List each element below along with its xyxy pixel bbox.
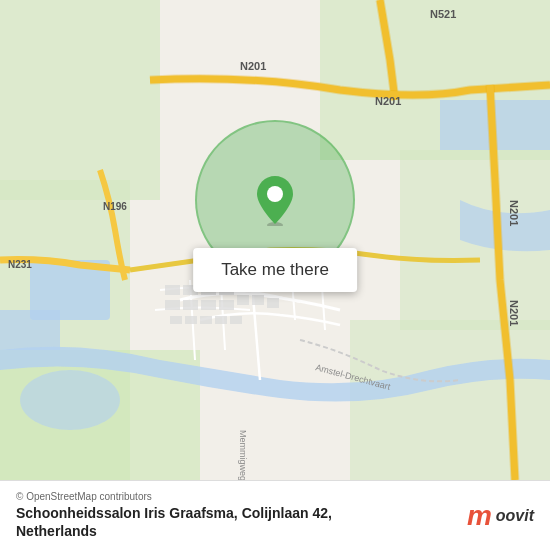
svg-rect-25 <box>215 316 227 324</box>
footer: © OpenStreetMap contributors Schoonheids… <box>0 480 550 550</box>
svg-rect-16 <box>183 300 198 310</box>
svg-text:N201: N201 <box>508 200 520 226</box>
svg-rect-15 <box>165 300 180 310</box>
svg-rect-26 <box>230 316 242 324</box>
svg-rect-22 <box>170 316 182 324</box>
svg-text:N231: N231 <box>8 259 32 270</box>
svg-rect-11 <box>165 285 180 295</box>
map-pin <box>257 176 293 230</box>
moovit-m-letter: m <box>467 500 492 532</box>
svg-rect-19 <box>237 295 249 305</box>
moovit-text: oovit <box>496 507 534 525</box>
moovit-logo: moovit <box>467 500 534 532</box>
svg-text:N201: N201 <box>375 95 401 107</box>
svg-point-9 <box>20 370 120 430</box>
svg-rect-21 <box>267 298 279 308</box>
svg-text:Memmigweg: Memmigweg <box>238 430 248 480</box>
svg-rect-6 <box>350 320 550 480</box>
svg-rect-18 <box>219 300 234 310</box>
svg-rect-20 <box>252 295 264 305</box>
take-me-there-button[interactable]: Take me there <box>193 248 357 292</box>
location-name: Schoonheidssalon Iris Graafsma, Colijnla… <box>16 505 332 521</box>
osm-attribution: © OpenStreetMap contributors <box>16 491 332 502</box>
map-container: N521 N201 N201 N201 N201 N231 N196 Amste… <box>0 0 550 480</box>
map-svg: N521 N201 N201 N201 N201 N231 N196 Amste… <box>0 0 550 480</box>
svg-rect-17 <box>201 300 216 310</box>
svg-rect-24 <box>200 316 212 324</box>
location-info: Schoonheidssalon Iris Graafsma, Colijnla… <box>16 504 332 540</box>
svg-text:N196: N196 <box>103 201 127 212</box>
location-country: Netherlands <box>16 523 97 539</box>
svg-text:N521: N521 <box>430 8 456 20</box>
svg-rect-1 <box>0 0 160 200</box>
svg-text:N201: N201 <box>508 300 520 326</box>
svg-text:N201: N201 <box>240 60 266 72</box>
footer-info: © OpenStreetMap contributors Schoonheids… <box>16 491 332 540</box>
svg-point-37 <box>267 186 283 202</box>
svg-rect-8 <box>0 310 60 350</box>
svg-rect-23 <box>185 316 197 324</box>
